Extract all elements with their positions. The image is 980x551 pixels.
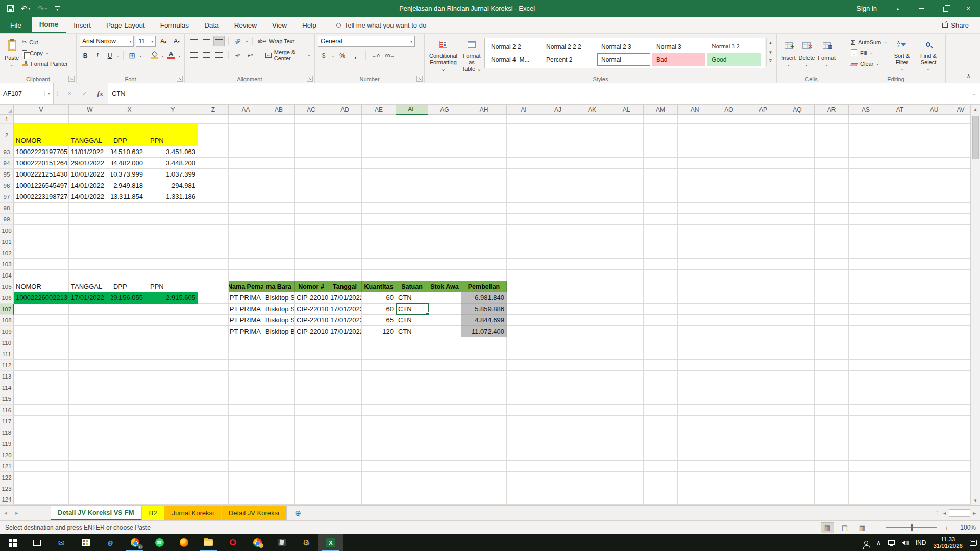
cell-Z2[interactable] — [198, 124, 229, 146]
redo-button[interactable]: ↷▾ — [38, 4, 47, 13]
cell-V120[interactable] — [14, 449, 69, 461]
cell-AE114[interactable] — [362, 382, 396, 393]
cell-AD115[interactable] — [328, 393, 362, 405]
cell-AF111[interactable] — [396, 348, 428, 360]
cell-AU124[interactable] — [917, 494, 951, 505]
cell-AD112[interactable] — [328, 360, 362, 371]
cell-AN112[interactable] — [678, 360, 712, 371]
cell-AM109[interactable] — [644, 326, 678, 337]
cell-AL120[interactable] — [609, 449, 644, 461]
row-header-109[interactable]: 109 — [0, 326, 14, 337]
cell-AB100[interactable] — [263, 225, 295, 236]
cell-AT94[interactable] — [883, 158, 917, 169]
cell-V112[interactable] — [14, 360, 69, 371]
column-header-AF[interactable]: AF — [396, 105, 428, 115]
cell-AH96[interactable] — [461, 180, 507, 191]
cell-AJ120[interactable] — [541, 449, 575, 461]
cell-W119[interactable] — [69, 438, 111, 449]
cell-AQ110[interactable] — [780, 337, 815, 348]
cell-AU2[interactable] — [917, 124, 951, 146]
cell-W124[interactable] — [69, 494, 111, 505]
cell-AK100[interactable] — [575, 225, 609, 236]
people-button[interactable] — [864, 541, 869, 545]
cell-V115[interactable] — [14, 393, 69, 405]
cell-AI110[interactable] — [507, 337, 541, 348]
cell-AO120[interactable] — [712, 449, 746, 461]
cell-AL95[interactable] — [609, 169, 644, 180]
cell-AG120[interactable] — [428, 449, 461, 461]
cell-AL104[interactable] — [609, 270, 644, 281]
cell-AI101[interactable] — [507, 236, 541, 247]
cell-AF106[interactable]: CTN — [396, 292, 428, 304]
cell-AF118[interactable] — [396, 427, 428, 438]
cell-Y123[interactable] — [148, 483, 198, 494]
cell-AN113[interactable] — [678, 371, 712, 382]
cell-AP99[interactable] — [746, 214, 780, 225]
conditional-formatting-button[interactable]: Conditional Formatting ⌄ — [428, 36, 459, 74]
cell-AF98[interactable] — [396, 203, 428, 214]
gallery-scroll-down-icon[interactable]: ▼ — [769, 50, 773, 55]
cell-AE102[interactable] — [362, 247, 396, 259]
cell-AD122[interactable] — [328, 472, 362, 483]
cell-Y107[interactable] — [148, 304, 198, 315]
cell-AN98[interactable] — [678, 203, 712, 214]
cell-AP122[interactable] — [746, 472, 780, 483]
cell-AG124[interactable] — [428, 494, 461, 505]
cell-AG97[interactable] — [428, 191, 461, 203]
cell-AG111[interactable] — [428, 348, 461, 360]
cell-AA96[interactable] — [229, 180, 263, 191]
cell-W99[interactable] — [69, 214, 111, 225]
cell-AP124[interactable] — [746, 494, 780, 505]
cell-AT103[interactable] — [883, 259, 917, 270]
cell-AO99[interactable] — [712, 214, 746, 225]
cell-AV93[interactable] — [951, 146, 970, 158]
cell-AH107[interactable]: 5.859.886 — [461, 304, 507, 315]
column-header-AC[interactable]: AC — [295, 105, 328, 115]
cell-AU122[interactable] — [917, 472, 951, 483]
cell-AL110[interactable] — [609, 337, 644, 348]
align-middle-button[interactable] — [201, 36, 212, 46]
cell-AU98[interactable] — [917, 203, 951, 214]
taskbar-opera-button[interactable]: O — [220, 534, 245, 551]
cell-Z100[interactable] — [198, 225, 229, 236]
row-header-100[interactable]: 100 — [0, 225, 14, 236]
cell-X121[interactable] — [111, 461, 148, 472]
cell-AM110[interactable] — [644, 337, 678, 348]
cell-AU116[interactable] — [917, 405, 951, 416]
cell-AG95[interactable] — [428, 169, 461, 180]
taskbar-store-button[interactable] — [74, 534, 98, 551]
cell-AN111[interactable] — [678, 348, 712, 360]
taskbar-mail-button[interactable]: ✉ — [49, 534, 74, 551]
cell-X102[interactable] — [111, 247, 148, 259]
cell-AT1[interactable] — [883, 115, 917, 124]
cell-Z115[interactable] — [198, 393, 229, 405]
cell-AB98[interactable] — [263, 203, 295, 214]
cell-AM106[interactable] — [644, 292, 678, 304]
cell-AA111[interactable] — [229, 348, 263, 360]
cell-AN118[interactable] — [678, 427, 712, 438]
cell-AJ106[interactable] — [541, 292, 575, 304]
cell-AN117[interactable] — [678, 416, 712, 427]
cell-AN95[interactable] — [678, 169, 712, 180]
cell-AA120[interactable] — [229, 449, 263, 461]
cell-AM105[interactable] — [644, 281, 678, 292]
cell-AT106[interactable] — [883, 292, 917, 304]
cell-AI94[interactable] — [507, 158, 541, 169]
customize-qat-button[interactable]: ▾ — [54, 6, 60, 11]
cell-AC1[interactable] — [295, 115, 328, 124]
cancel-button[interactable]: × — [62, 83, 77, 104]
cell-X106[interactable]: 29.156.055 — [111, 292, 148, 304]
cell-X108[interactable] — [111, 315, 148, 326]
cell-Y101[interactable] — [148, 236, 198, 247]
cell-AL98[interactable] — [609, 203, 644, 214]
row-header-108[interactable]: 108 — [0, 315, 14, 326]
cell-AM117[interactable] — [644, 416, 678, 427]
cell-AB118[interactable] — [263, 427, 295, 438]
cell-AF100[interactable] — [396, 225, 428, 236]
cell-AP116[interactable] — [746, 405, 780, 416]
cell-Y109[interactable] — [148, 326, 198, 337]
cell-AE104[interactable] — [362, 270, 396, 281]
cell-AR114[interactable] — [815, 382, 849, 393]
cell-AT105[interactable] — [883, 281, 917, 292]
cell-AT122[interactable] — [883, 472, 917, 483]
